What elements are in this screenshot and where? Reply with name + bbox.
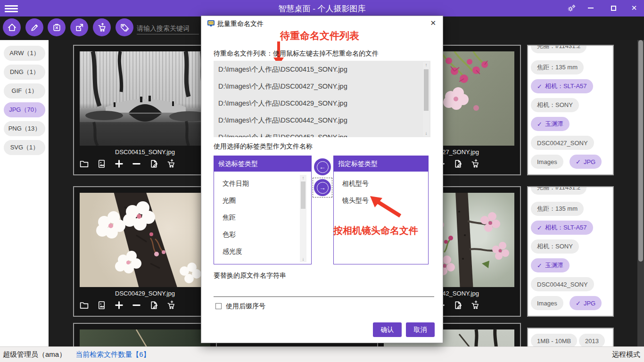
- tag-pill-year[interactable]: 2013: [579, 334, 605, 346]
- scroll-up-icon[interactable]: ↑: [300, 175, 306, 181]
- tag-pill-location[interactable]: ✓玉渊潭: [531, 117, 570, 131]
- delete-button[interactable]: [48, 18, 66, 36]
- candidate-item-date[interactable]: 文件日期: [223, 180, 249, 188]
- tag-pill-focal[interactable]: 焦距：135 mm: [531, 60, 584, 74]
- tag-pill-folder[interactable]: Images: [531, 296, 563, 310]
- zoom-in-plus-icon[interactable]: [114, 158, 124, 169]
- sidebar-item-png[interactable]: PNG（13）: [4, 121, 45, 136]
- add-to-cart-icon[interactable]: [470, 299, 480, 311]
- maximize-button[interactable]: [607, 3, 619, 13]
- close-window-button[interactable]: ✕: [628, 3, 640, 13]
- candidate-item-focal[interactable]: 焦距: [223, 214, 236, 222]
- candidate-list-scrollbar[interactable]: ↑ ↓: [300, 175, 306, 262]
- edit-button[interactable]: [25, 18, 43, 36]
- title-bar: 智慧桌面 - 个人摄影图库 ✕: [0, 0, 644, 16]
- tag-pill-camera-make[interactable]: 相机：SONY: [531, 98, 579, 112]
- status-remote-mode: 远程模式: [612, 350, 640, 359]
- search-input[interactable]: [137, 22, 199, 34]
- photo-thumbnail-blossom-white[interactable]: [80, 193, 210, 287]
- scrollbar-thumb[interactable]: [638, 40, 643, 262]
- zoom-in-plus-icon[interactable]: [114, 299, 124, 311]
- file-list-item[interactable]: D:\Images\个人作品\DSC00429_SONY.jpg: [218, 99, 347, 108]
- file-list-item[interactable]: D:\Images\个人作品\DSC00427_SONY.jpg: [218, 82, 347, 91]
- tag-pill-filename[interactable]: DSC00442_SONY: [531, 277, 594, 291]
- assigned-item-camera-model[interactable]: 相机型号: [342, 180, 369, 188]
- tag-pill-camera-model[interactable]: ✓相机：SLT-A57: [531, 221, 593, 235]
- move-right-button[interactable]: →: [314, 179, 331, 196]
- tag-pill-filename[interactable]: DSC00427_SONY: [531, 136, 594, 150]
- photo-thumbnail-bridge[interactable]: [80, 51, 210, 146]
- photo-card: [73, 323, 217, 346]
- move-window-icon: [74, 23, 84, 33]
- scroll-down-icon[interactable]: ↓: [423, 131, 429, 136]
- confirm-button[interactable]: 确认: [373, 322, 402, 337]
- sidebar-item-arw[interactable]: ARW（1）: [4, 46, 45, 61]
- add-to-cart-icon[interactable]: [470, 158, 480, 169]
- minimize-button[interactable]: [585, 3, 597, 13]
- candidate-tag-listbox: 候选标签类型 文件日期 光圈 焦距 色彩 感光度 ↑ ↓: [214, 156, 312, 264]
- vertical-scrollbar[interactable]: [637, 40, 644, 346]
- tag-pill-format[interactable]: ✓JPG: [570, 296, 602, 310]
- settings-gear-icon[interactable]: [566, 3, 578, 13]
- tag-pill-folder[interactable]: Images: [531, 155, 563, 169]
- open-folder-icon[interactable]: [79, 158, 89, 169]
- rename-file-icon[interactable]: [453, 158, 463, 169]
- status-file-count[interactable]: 当前检索文件数量【6】: [75, 350, 150, 359]
- check-icon: ✓: [537, 262, 542, 269]
- photo-filename: DSC00429_SONY.jpg: [74, 290, 216, 297]
- check-icon: ✓: [537, 121, 542, 128]
- sidebar-item-svg[interactable]: SVG（1）: [4, 140, 45, 155]
- rename-file-icon[interactable]: [149, 299, 159, 311]
- tag-pill-format[interactable]: ✓JPG: [570, 155, 602, 169]
- check-icon: ✓: [576, 158, 581, 165]
- add-to-cart-icon[interactable]: [166, 299, 176, 311]
- tag-pill-aperture[interactable]: 光圈：f/11431.2: [531, 186, 586, 195]
- open-folder-icon[interactable]: [79, 299, 89, 311]
- assigned-item-lens-model[interactable]: 镜头型号: [342, 197, 369, 205]
- scroll-up-icon[interactable]: ↑: [423, 62, 429, 67]
- tags-button[interactable]: [116, 18, 133, 36]
- tag-pill-camera-make[interactable]: 相机：SONY: [531, 239, 579, 254]
- check-icon: ✓: [537, 224, 542, 231]
- scroll-down-icon[interactable]: ↓: [300, 256, 306, 262]
- dialog-title: 批量重命名文件: [217, 20, 264, 28]
- arrow-left-icon: ←: [317, 161, 329, 173]
- file-list-item[interactable]: D:\Images\个人作品\DSC00452_SONY.jpg: [218, 133, 347, 137]
- sidebar-item-gif[interactable]: GIF（1）: [4, 83, 45, 99]
- image-file-icon[interactable]: [96, 158, 107, 169]
- cancel-button[interactable]: 取消: [406, 322, 435, 337]
- scrollbar-thumb[interactable]: [424, 69, 429, 111]
- move-export-button[interactable]: [70, 18, 88, 36]
- dialog-close-button[interactable]: ✕: [430, 19, 436, 27]
- rename-file-icon[interactable]: [149, 158, 159, 169]
- move-left-button[interactable]: ←: [314, 158, 331, 175]
- candidate-item-iso[interactable]: 感光度: [223, 247, 242, 256]
- file-list-item[interactable]: D:\Images\个人作品\DSC00442_SONY.jpg: [218, 116, 347, 125]
- file-list-scrollbar[interactable]: ↑ ↓: [423, 62, 429, 136]
- tag-pill-location[interactable]: ✓玉渊潭: [531, 258, 570, 272]
- image-file-icon[interactable]: [96, 299, 107, 311]
- card-action-row: [79, 299, 176, 312]
- cart-upload-button[interactable]: [93, 18, 111, 36]
- add-to-cart-icon[interactable]: [166, 158, 176, 169]
- replace-string-input[interactable]: [214, 284, 434, 297]
- photo-thumbnail-twig-dark[interactable]: [80, 329, 210, 346]
- rename-file-icon[interactable]: [453, 299, 463, 311]
- scrollbar-thumb[interactable]: [301, 181, 305, 209]
- tag-pill-aperture[interactable]: 光圈：f/11431.2: [531, 45, 586, 53]
- zoom-out-minus-icon[interactable]: [131, 299, 141, 311]
- status-user: 超级管理员（ama）: [3, 350, 66, 359]
- sidebar-item-dng[interactable]: DNG（1）: [4, 65, 45, 80]
- file-list-item[interactable]: D:\Images\个人作品\DSC00415_SONY.jpg: [218, 65, 347, 74]
- status-bar: 超级管理员（ama） 当前检索文件数量【6】 远程模式: [0, 346, 644, 362]
- tag-pill-camera-model[interactable]: ✓相机：SLT-A57: [531, 79, 593, 93]
- zoom-out-minus-icon[interactable]: [131, 158, 141, 169]
- home-button[interactable]: [3, 18, 21, 36]
- dialog-app-icon: [207, 19, 215, 27]
- tag-pill-focal[interactable]: 焦距：135 mm: [531, 202, 584, 216]
- suffix-number-checkbox[interactable]: [215, 303, 222, 309]
- sidebar-item-jpg[interactable]: JPG（70）: [4, 102, 45, 117]
- candidate-item-color[interactable]: 色彩: [223, 230, 236, 239]
- candidate-item-aperture[interactable]: 光圈: [223, 197, 236, 205]
- tag-pill-size[interactable]: 1MB - 10MB: [531, 334, 577, 346]
